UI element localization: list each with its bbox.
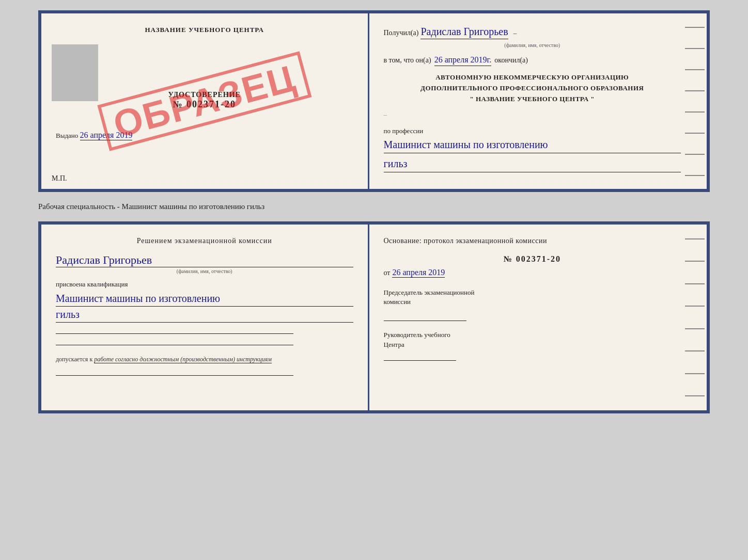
fio-subtitle-bottom: (фамилия, имя, отчество): [56, 268, 353, 274]
sd4: [685, 306, 705, 307]
person-name-bottom: Радислав Григорьев: [56, 253, 353, 267]
dopusk-block: допускается к работе согласно должностны…: [56, 356, 353, 363]
border-lines-bottom: [683, 225, 707, 410]
rukovoditel-signature-line: [384, 353, 456, 361]
sd2: [685, 261, 705, 262]
school-title-top: НАЗВАНИЕ УЧЕБНОГО ЦЕНТРА: [56, 26, 353, 34]
b8: [685, 175, 705, 176]
predsedatel-signature-line: [384, 311, 466, 321]
bottom-doc-left: Решением экзаменационной комиссии Радисл…: [41, 225, 369, 410]
top-doc-right: Получил(а) Радислав Григорьев – (фамилия…: [369, 13, 707, 189]
b5: [685, 111, 705, 113]
sd1: [685, 238, 705, 239]
separator-text: Рабочая специальность - Машинист машины …: [38, 200, 710, 213]
resheniem-title: Решением экзаменационной комиссии: [56, 237, 353, 245]
vydano-text: Выдано: [56, 132, 78, 139]
predsedatel-line1: Председатель экзаменационной: [384, 289, 475, 296]
kvalif-line1: Машинист машины по изготовлению: [56, 291, 353, 307]
bottom-doc-right: Основание: протокол экзаменационной коми…: [369, 225, 707, 410]
poluchil-prefix: Получил(а): [384, 29, 419, 37]
predsedatel-label: Председатель экзаменационной комиссии: [384, 288, 681, 307]
rukovoditel-label: Руководитель учебного Центра: [384, 330, 681, 349]
rukovoditel-line1: Руководитель учебного: [384, 331, 450, 339]
top-doc-left: НАЗВАНИЕ УЧЕБНОГО ЦЕНТРА УДОСТОВЕРЕНИЕ №…: [41, 13, 369, 189]
udostoverenie-label: УДОСТОВЕРЕНИЕ: [168, 91, 241, 99]
profession-line1-top: Машинист машины по изготовлению: [384, 137, 681, 153]
profession-line2-top: гильз: [384, 156, 681, 172]
sd5: [685, 328, 705, 329]
ot-line: от 26 апреля 2019: [384, 268, 681, 278]
ot-prefix: от: [384, 269, 391, 277]
vydano-line: Выдано 26 апреля 2019: [56, 131, 353, 140]
predsedatel-line2: комиссии: [384, 298, 411, 306]
org-dash-left: –: [384, 110, 387, 119]
org-line2: ДОПОЛНИТЕЛЬНОГО ПРОФЕССИОНАЛЬНОГО ОБРАЗО…: [384, 83, 681, 94]
okonchil-text: окончил(а): [494, 56, 528, 65]
ot-date: 26 апреля 2019: [392, 268, 445, 278]
vtom-date: 26 апреля 2019г.: [434, 55, 492, 66]
vtom-line: в том, что он(а) 26 апреля 2019г. окончи…: [384, 55, 681, 66]
person-name-top: Радислав Григорьев: [420, 26, 508, 39]
empty-line-1-left: [56, 326, 293, 334]
photo-placeholder: [52, 44, 98, 101]
border-lines-top: [683, 13, 707, 189]
b4: [685, 90, 705, 91]
poluchil-line: Получил(а) Радислав Григорьев –: [384, 26, 681, 39]
rukovoditel-line2: Центра: [384, 341, 404, 348]
fio-subtitle-top: (фамилия, имя, отчество): [384, 42, 681, 48]
sd7: [685, 373, 705, 374]
dopusk-prefix: допускается к: [56, 356, 92, 363]
org-line1: АВТОНОМНУЮ НЕКОММЕРЧЕСКУЮ ОРГАНИЗАЦИЮ: [384, 72, 681, 83]
dash-separator: –: [513, 29, 517, 37]
empty-line-3-left: [56, 367, 293, 376]
protocol-number: № 002371-20: [384, 254, 681, 264]
prisvoena-label: присвоена квалификация: [56, 280, 353, 289]
org-block: АВТОНОМНУЮ НЕКОММЕРЧЕСКУЮ ОРГАНИЗАЦИЮ ДО…: [384, 72, 681, 104]
dopusk-text: работе согласно должностным (производств…: [94, 356, 272, 363]
osnovanie-title: Основание: протокол экзаменационной коми…: [384, 237, 681, 245]
sd3: [685, 283, 705, 284]
b1: [685, 27, 705, 28]
org-line3: " НАЗВАНИЕ УЧЕБНОГО ЦЕНТРА ": [384, 94, 681, 105]
b2: [685, 48, 705, 49]
kvalif-line2: гильз: [56, 307, 353, 323]
udostoverenie-number: № 002371-20: [173, 99, 236, 110]
po-professii-label: по профессии: [384, 127, 681, 135]
mp-label: М.П.: [52, 174, 67, 183]
top-document: НАЗВАНИЕ УЧЕБНОГО ЦЕНТРА УДОСТОВЕРЕНИЕ №…: [38, 10, 710, 192]
b3: [685, 69, 705, 70]
sd6: [685, 350, 705, 351]
empty-line-2-left: [56, 337, 293, 345]
b6: [685, 133, 705, 134]
udostoverenie-block: УДОСТОВЕРЕНИЕ № 002371-20: [56, 50, 353, 110]
vtom-prefix: в том, что он(а): [384, 56, 431, 65]
b7: [685, 154, 705, 155]
bottom-document: Решением экзаменационной комиссии Радисл…: [38, 221, 710, 413]
vydano-date: 26 апреля 2019: [80, 131, 133, 140]
sd8: [685, 395, 705, 396]
